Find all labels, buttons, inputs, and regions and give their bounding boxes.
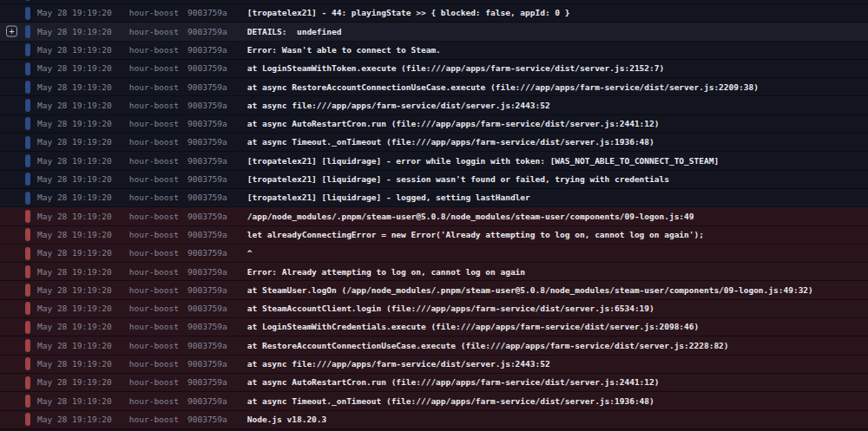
container-name: hour-boost [129,249,179,258]
log-row[interactable]: May 28 19:19:20 hour-boost 9003759a Erro… [0,42,868,60]
log-timestamp: May 28 19:19:20 [37,120,112,128]
container-id: 9003759a [187,249,227,258]
container-name: hour-boost [129,83,179,92]
row-gutter [0,226,25,244]
log-message: let alreadyConnectingError = new Error('… [247,231,704,239]
log-row[interactable]: May 28 19:19:20 hour-boost 9003759a at S… [0,300,868,318]
row-gutter [0,392,25,409]
log-message: at async AutoRestartCron.run (file:///ap… [247,120,660,128]
log-row[interactable]: May 28 19:19:20 hour-boost 9003759a [tro… [0,152,868,170]
container-name: hour-boost [129,286,179,295]
row-gutter [0,281,25,298]
log-message: at LoginSteamWithCredentials.execute (fi… [247,323,699,331]
container-id: 9003759a [187,323,227,331]
container-id: 9003759a [187,46,227,55]
log-row[interactable]: May 28 19:19:20 hour-boost 9003759a Node… [0,411,868,429]
log-timestamp: May 28 19:19:20 [37,304,112,313]
log-row[interactable]: May 28 19:19:20 hour-boost 9003759a at a… [0,115,868,134]
log-row[interactable]: May 28 19:19:20 hour-boost 9003759a at a… [0,392,868,410]
expand-row-button[interactable]: + [6,26,17,37]
container-name: hour-boost [129,231,179,239]
container-id: 9003759a [187,157,227,166]
container-id: 9003759a [187,397,227,406]
container-name: hour-boost [129,28,179,36]
row-gutter [0,42,25,59]
log-row[interactable]: May 28 19:19:20 hour-boost 9003759a at S… [0,281,868,299]
log-row[interactable]: May 28 19:19:20 hour-boost 9003759a ^ [0,245,868,263]
log-timestamp: May 28 19:19:20 [37,268,112,277]
log-row[interactable]: + May 28 19:19:20 hour-boost 9003759a DE… [0,23,868,41]
log-row[interactable]: May 28 19:19:20 hour-boost 9003759a Erro… [0,263,868,281]
row-gutter [0,336,25,354]
log-row[interactable]: May 28 19:19:20 hour-boost 9003759a at a… [0,374,868,392]
log-rows-list: May 28 19:19:20 hour-boost 9003759a [tro… [0,0,868,431]
container-name: hour-boost [129,212,179,221]
log-level-marker [25,413,30,426]
container-id: 9003759a [187,360,227,369]
row-gutter [0,78,25,95]
container-id: 9003759a [187,175,227,184]
log-timestamp: May 28 19:19:20 [37,323,112,331]
log-level-marker [25,302,30,315]
log-row[interactable]: May 28 19:19:20 hour-boost 9003759a at R… [0,336,868,355]
log-message: [tropatelex21] [liquidrage] - error whil… [247,157,719,166]
log-level-marker [25,247,30,260]
container-id: 9003759a [187,83,227,92]
log-level-marker [25,284,30,297]
log-message: [tropatelex21] - 44: playingState >> { b… [247,9,570,17]
log-row[interactable]: May 28 19:19:20 hour-boost 9003759a at a… [0,356,868,374]
row-gutter [0,207,25,225]
log-timestamp: May 28 19:19:20 [37,83,112,92]
log-row[interactable]: May 28 19:19:20 hour-boost 9003759a at L… [0,60,868,78]
log-timestamp: May 28 19:19:20 [37,9,112,17]
log-timestamp: May 28 19:19:20 [37,342,112,350]
container-id: 9003759a [187,193,227,202]
row-gutter [0,318,25,336]
row-gutter [0,356,25,373]
log-row[interactable]: May 28 19:19:20 hour-boost 9003759a let … [0,226,868,245]
log-row[interactable]: May 28 19:19:20 hour-boost 9003759a at a… [0,96,868,114]
container-id: 9003759a [187,120,227,128]
log-message: [tropatelex21] [liquidrage] - session wa… [247,175,669,184]
log-row[interactable]: May 28 19:19:20 hour-boost 9003759a /app… [0,207,868,225]
log-level-marker [25,395,30,408]
row-gutter [0,171,25,188]
log-level-marker [25,228,30,241]
container-name: hour-boost [129,268,179,277]
log-timestamp: May 28 19:19:20 [37,46,112,55]
row-gutter [0,152,25,169]
log-timestamp: May 28 19:19:20 [37,175,112,184]
log-level-marker [25,210,30,223]
container-id: 9003759a [187,138,227,147]
log-message: at async file:///app/apps/farm-service/d… [247,360,550,369]
log-row[interactable]: May 28 19:19:20 hour-boost 9003759a [tro… [0,189,868,207]
container-id: 9003759a [187,9,227,17]
container-id: 9003759a [187,268,227,277]
log-message: Error: Already attempting to log on, can… [247,268,525,277]
log-message: at async Timeout._onTimeout (file:///app… [247,397,654,406]
row-gutter [0,115,25,133]
log-row[interactable]: May 28 19:19:20 hour-boost 9003759a at a… [0,78,868,96]
container-name: hour-boost [129,9,179,17]
row-gutter: + [0,23,25,40]
log-row[interactable]: May 28 19:19:20 hour-boost 9003759a at a… [0,134,868,152]
log-message: at SteamAccountClient.login (file:///app… [247,304,654,313]
log-level-marker [25,154,30,167]
log-level-marker [25,357,30,370]
log-message: Node.js v18.20.3 [247,415,327,424]
log-message: at SteamUser.logOn (/app/node_modules/.p… [247,286,813,295]
row-gutter [0,263,25,280]
container-id: 9003759a [187,64,227,73]
row-gutter [0,96,25,114]
log-row[interactable]: May 28 19:19:20 hour-boost 9003759a at L… [0,318,868,336]
log-timestamp: May 28 19:19:20 [37,397,112,406]
container-name: hour-boost [129,342,179,350]
log-message: DETAILS: undefined [247,28,342,36]
container-name: hour-boost [129,175,179,184]
container-name: hour-boost [129,193,179,202]
log-row[interactable]: May 28 19:19:20 hour-boost 9003759a [tro… [0,4,868,23]
log-timestamp: May 28 19:19:20 [37,415,112,424]
container-name: hour-boost [129,360,179,369]
log-row[interactable]: May 28 19:19:20 hour-boost 9003759a [tro… [0,171,868,189]
log-timestamp: May 28 19:19:20 [37,28,112,36]
